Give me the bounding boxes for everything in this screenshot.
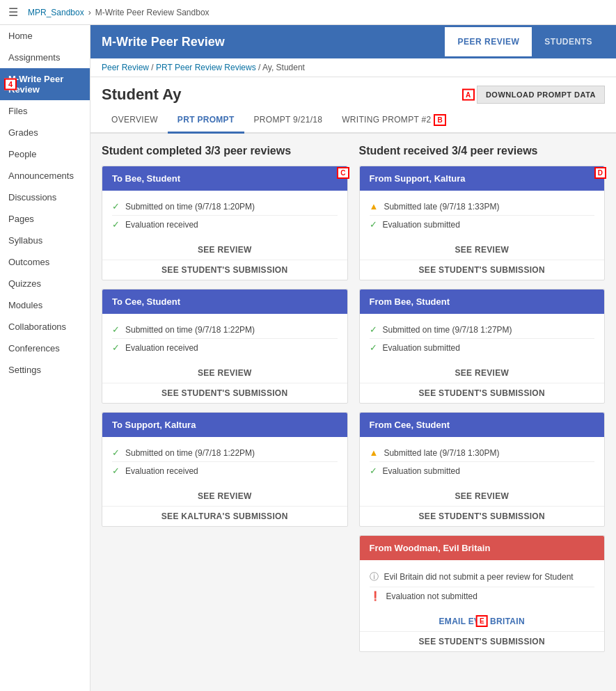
warning-icon: ▲	[370, 201, 379, 212]
card-link-right-0-1[interactable]: SEE STUDENT'S SUBMISSION	[360, 260, 605, 280]
check-icon: ✓	[112, 201, 120, 212]
left-col-header: Student completed 3/3 peer reviews	[102, 145, 348, 157]
top-bar: ☰ MPR_Sandbox › M-Write Peer Review Sand…	[0, 0, 616, 25]
card-right-1: From Bee, Student✓Submitted on time (9/7…	[359, 289, 606, 404]
student-name: Student Ay	[102, 86, 181, 104]
card-row-text-left-2-0: Submitted on time (9/7/18 1:22PM)	[125, 448, 255, 458]
warning-icon: ▲	[370, 447, 379, 458]
card-row-right-1-1: ✓Evaluation submitted	[370, 339, 595, 356]
breadcrumb-sandbox-link[interactable]: MPR_Sandbox	[28, 8, 84, 17]
card-row-left-0-0: ✓Submitted on time (9/7/18 1:20PM)	[112, 198, 338, 216]
main-content: M-Write Peer Review PEER REVIEWSTUDENTS …	[90, 25, 616, 691]
sidebar-item-files[interactable]: Files	[0, 100, 90, 122]
card-row-right-2-1: ✓Evaluation submitted	[370, 462, 595, 479]
check-icon: ✓	[370, 466, 377, 476]
student-header: Student Ay DOWNLOAD PROMPT DATAA	[90, 77, 616, 108]
card-link-left-1-1[interactable]: SEE STUDENT'S SUBMISSION	[102, 383, 347, 403]
card-title-left-1: To Cee, Student	[102, 289, 347, 314]
hamburger-icon[interactable]: ☰	[8, 6, 18, 19]
card-row-right-3-1: ❗Evaluation not submitted	[370, 587, 595, 605]
check-icon: ✓	[112, 447, 120, 458]
card-title-right-1: From Bee, Student	[360, 289, 605, 314]
tabs-bar: OVERVIEWPRT PROMPTPROMPT 9/21/18WRITING …	[90, 108, 616, 134]
card-title-right-0: From Support, Kaltura	[360, 166, 605, 191]
sidebar-item-syllabus[interactable]: Syllabus	[0, 230, 90, 251]
card-right-3: From Woodman, Evil BritainⓘEvil Britain …	[359, 535, 606, 652]
card-link-right-2-0[interactable]: SEE REVIEW	[360, 486, 605, 507]
right-col: Student received 3/4 peer reviews From S…	[359, 145, 606, 660]
left-col: Student completed 3/3 peer reviews To Be…	[102, 145, 348, 660]
sidebar-item-people[interactable]: People	[0, 143, 90, 165]
tab-writing-prompt-#2[interactable]: WRITING PROMPT #2B	[332, 108, 456, 134]
card-row-text-right-0-0: Submitted late (9/7/18 1:33PM)	[384, 202, 499, 212]
breadcrumb-current: M-Write Peer Review Sandbox	[95, 8, 210, 17]
card-title-right-2: From Cee, Student	[360, 413, 605, 437]
card-row-text-left-0-0: Submitted on time (9/7/18 1:20PM)	[125, 202, 255, 212]
card-title-left-0: To Bee, Student	[102, 166, 347, 191]
header-tabs: PEER REVIEWSTUDENTS	[445, 27, 605, 56]
check-icon: ✓	[112, 342, 120, 353]
sidebar-item-home[interactable]: Home	[0, 25, 90, 47]
header-tab-students[interactable]: STUDENTS	[532, 27, 605, 56]
card-link-right-1-1[interactable]: SEE STUDENT'S SUBMISSION	[360, 383, 605, 403]
card-row-right-1-0: ✓Submitted on time (9/7/18 1:27PM)	[370, 321, 595, 339]
card-link-right-3-1[interactable]: SEE STUDENT'S SUBMISSION	[360, 632, 605, 651]
card-row-left-2-0: ✓Submitted on time (9/7/18 1:22PM)	[112, 444, 338, 462]
sidebar-item-assignments[interactable]: Assignments	[0, 47, 90, 68]
breadcrumb-link-1[interactable]: PRT Peer Review Reviews	[156, 63, 256, 72]
card-row-right-2-0: ▲Submitted late (9/7/18 1:30PM)	[370, 444, 595, 462]
sidebar-item-collaborations[interactable]: Collaborations	[0, 316, 90, 337]
card-link-left-0-1[interactable]: SEE STUDENT'S SUBMISSION	[102, 260, 347, 280]
sidebar-item-announcements[interactable]: Announcements	[0, 165, 90, 186]
breadcrumb-link-0[interactable]: Peer Review	[102, 63, 149, 72]
sidebar-item-conferences[interactable]: Conferences	[0, 337, 90, 359]
app-header: M-Write Peer Review PEER REVIEWSTUDENTS	[90, 25, 616, 58]
card-row-text-left-1-1: Evaluation received	[125, 343, 198, 353]
sidebar-item-pages[interactable]: Pages	[0, 208, 90, 230]
card-title-left-2: To Support, Kaltura	[102, 413, 347, 437]
card-row-right-0-1: ✓Evaluation submitted	[370, 216, 595, 233]
download-prompt-data-button[interactable]: DOWNLOAD PROMPT DATAA	[477, 86, 605, 104]
sidebar-item-grades[interactable]: Grades	[0, 122, 90, 143]
sidebar: HomeAssignmentsM-Write Peer Review4Files…	[0, 25, 90, 691]
check-icon: ✓	[112, 219, 120, 230]
sidebar-item-outcomes[interactable]: Outcomes	[0, 251, 90, 273]
card-row-text-right-3-0: Evil Britain did not submit a peer revie…	[384, 572, 574, 582]
check-icon: ✓	[370, 342, 377, 353]
card-row-right-0-0: ▲Submitted late (9/7/18 1:33PM)	[370, 198, 595, 216]
card-link-right-2-1[interactable]: SEE STUDENT'S SUBMISSION	[360, 507, 605, 526]
card-left-1: To Cee, Student✓Submitted on time (9/7/1…	[102, 289, 348, 404]
breadcrumb-current-page: Ay, Student	[262, 63, 305, 72]
card-link-left-0-0[interactable]: SEE REVIEW	[102, 240, 347, 260]
card-row-text-left-0-1: Evaluation received	[125, 220, 198, 230]
sidebar-item-modules[interactable]: Modules	[0, 294, 90, 316]
card-left-0: To Bee, Student✓Submitted on time (9/7/1…	[102, 166, 348, 280]
card-link-left-1-0[interactable]: SEE REVIEW	[102, 363, 347, 383]
right-cards: From Support, Kaltura▲Submitted late (9/…	[359, 166, 606, 652]
card-link-left-2-1[interactable]: SEE KALTURA'S SUBMISSION	[102, 507, 347, 526]
sidebar-item-m-write-peer-review[interactable]: M-Write Peer Review4	[0, 68, 90, 100]
card-row-text-left-1-0: Submitted on time (9/7/18 1:22PM)	[125, 325, 255, 335]
card-title-right-3: From Woodman, Evil Britain	[360, 536, 605, 560]
left-cards: To Bee, Student✓Submitted on time (9/7/1…	[102, 166, 348, 527]
header-tab-peer-review[interactable]: PEER REVIEW	[445, 27, 532, 56]
sidebar-item-settings[interactable]: Settings	[0, 359, 90, 381]
card-right-2: From Cee, Student▲Submitted late (9/7/18…	[359, 412, 606, 527]
exclamation-icon: ❗	[370, 591, 381, 601]
info-icon: ⓘ	[370, 571, 379, 583]
card-link-left-2-0[interactable]: SEE REVIEW	[102, 486, 347, 507]
card-row-text-right-3-1: Evaluation not submitted	[386, 591, 477, 601]
tab-prompt-9/21/18[interactable]: PROMPT 9/21/18	[244, 108, 333, 134]
tab-prt-prompt[interactable]: PRT PROMPT	[168, 108, 244, 134]
sidebar-item-quizzes[interactable]: Quizzes	[0, 273, 90, 294]
card-link-right-0-0[interactable]: SEE REVIEW	[360, 240, 605, 260]
card-row-text-right-1-1: Evaluation submitted	[383, 343, 460, 353]
check-icon: ✓	[370, 324, 377, 335]
card-row-text-right-2-1: Evaluation submitted	[383, 466, 460, 476]
tab-overview[interactable]: OVERVIEW	[102, 108, 168, 134]
sidebar-item-discussions[interactable]: Discussions	[0, 186, 90, 208]
card-row-left-1-1: ✓Evaluation received	[112, 339, 338, 356]
card-row-right-3-0: ⓘEvil Britain did not submit a peer revi…	[370, 567, 595, 587]
card-link-right-1-0[interactable]: SEE REVIEW	[360, 363, 605, 383]
check-icon: ✓	[112, 324, 120, 335]
